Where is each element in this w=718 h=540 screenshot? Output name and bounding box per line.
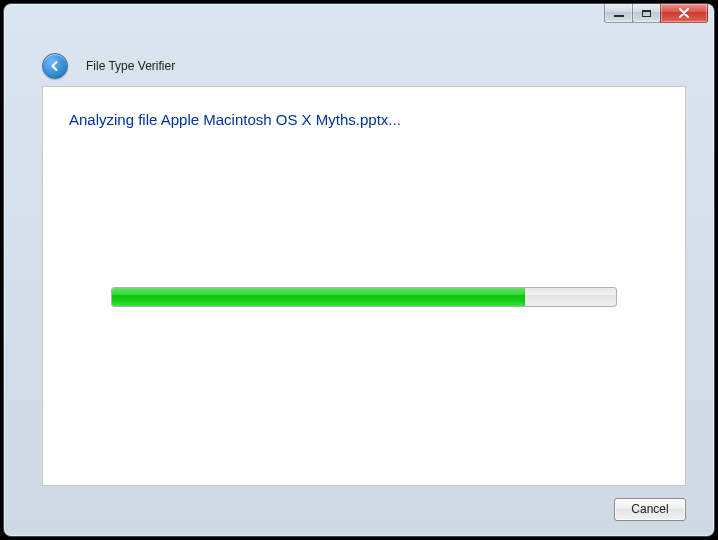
window-controls [605,4,708,24]
maximize-icon [642,10,651,17]
maximize-button[interactable] [632,4,661,23]
footer: Cancel [614,494,686,524]
wizard-header: File Type Verifier [4,48,714,84]
back-button[interactable] [42,53,68,79]
minimize-icon [614,15,624,17]
status-text: Analyzing file Apple Macintosh OS X Myth… [69,111,401,128]
back-arrow-icon [48,59,62,73]
close-button[interactable] [660,4,708,23]
minimize-button[interactable] [604,4,633,23]
close-icon [678,8,690,18]
progress-bar [111,287,617,307]
progress-fill [112,288,525,306]
wizard-window: File Type Verifier Analyzing file Apple … [3,3,715,537]
cancel-button[interactable]: Cancel [614,498,686,521]
wizard-title: File Type Verifier [86,59,175,73]
content-panel: Analyzing file Apple Macintosh OS X Myth… [42,86,686,486]
